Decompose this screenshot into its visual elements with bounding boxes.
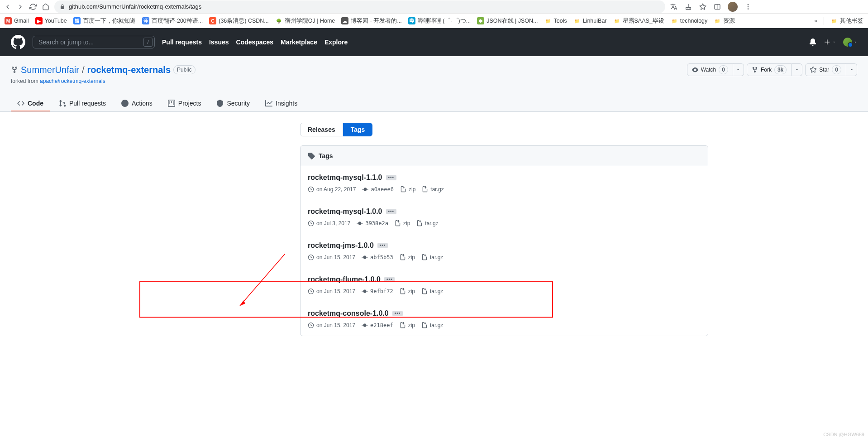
tab-insights[interactable]: Insights [259, 96, 304, 111]
user-menu[interactable] [843, 38, 857, 47]
other-bookmarks[interactable]: 📁其他书签 [830, 17, 863, 25]
nav-pull-requests[interactable]: Pull requests [162, 39, 202, 46]
tag-date[interactable]: on Jul 3, 2017 [308, 220, 350, 227]
tag-date[interactable]: on Aug 22, 2017 [308, 186, 356, 193]
tab-actions[interactable]: Actions [115, 96, 159, 111]
github-header: Search or jump to... / Pull requestsIssu… [0, 28, 868, 56]
more-bookmarks[interactable]: » [814, 18, 817, 24]
visibility-badge: Public [173, 65, 196, 74]
targz-download-link[interactable]: tar.gz [421, 322, 443, 328]
bookmark-icon: ✱ [477, 17, 484, 24]
fork-dropdown[interactable] [792, 63, 802, 76]
bookmark-icon: 📁 [714, 17, 721, 24]
bookmark-item[interactable]: 🌳宿州学院OJ | Home [275, 17, 335, 25]
profile-avatar[interactable] [728, 2, 738, 12]
search-input[interactable]: Search or jump to... / [33, 36, 155, 48]
search-placeholder: Search or jump to... [38, 39, 94, 46]
tag-row: rocketmq-jms-1.0.0••• on Jun 15, 2017 ab… [300, 234, 708, 268]
add-dropdown[interactable] [824, 39, 836, 46]
bell-icon[interactable] [809, 39, 816, 46]
repo-name-link[interactable]: rocketmq-externals [87, 65, 171, 75]
bookmark-item[interactable]: 译百度翻译-200种语... [142, 17, 203, 25]
bookmark-item[interactable]: C(36条消息) CSDN... [209, 17, 269, 25]
tag-date[interactable]: on Jun 15, 2017 [308, 254, 355, 261]
tag-name-link[interactable]: rocketmq-mysql-1.0.0 [308, 207, 382, 216]
home-icon[interactable] [42, 3, 50, 11]
translate-icon[interactable] [670, 3, 678, 11]
nav-marketplace[interactable]: Marketplace [281, 39, 317, 46]
targz-download-link[interactable]: tar.gz [422, 186, 444, 193]
ellipsis-button[interactable]: ••• [384, 277, 395, 282]
share-icon[interactable] [684, 3, 692, 11]
github-logo-icon[interactable] [11, 35, 25, 49]
bookmark-item[interactable]: 📁星露SAAS_毕设 [613, 17, 664, 25]
zip-download-link[interactable]: zip [400, 288, 415, 294]
menu-icon[interactable] [744, 3, 752, 11]
tag-date[interactable]: on Jun 15, 2017 [308, 322, 355, 328]
bookmark-icon: 📁 [671, 17, 678, 24]
bookmark-item[interactable]: 📁Tools [544, 17, 567, 24]
tag-date[interactable]: on Jun 15, 2017 [308, 288, 355, 294]
tag-name-link[interactable]: rocketmq-console-1.0.0 [308, 309, 389, 318]
svg-point-3 [748, 4, 749, 5]
tab-projects[interactable]: Projects [162, 96, 208, 111]
zip-download-link[interactable]: zip [400, 186, 415, 193]
bookmark-item[interactable]: MGmail [5, 17, 29, 24]
releases-tab[interactable]: Releases [300, 123, 343, 136]
bookmark-item[interactable]: 📁LinhuiBar [573, 17, 607, 24]
targz-download-link[interactable]: tar.gz [421, 288, 443, 294]
bookmark-item[interactable]: ✱JSON在线 | JSON... [477, 17, 538, 25]
targz-download-link[interactable]: tar.gz [421, 254, 443, 261]
ellipsis-button[interactable]: ••• [392, 311, 403, 316]
fork-button[interactable]: Fork 3k [747, 63, 792, 76]
star-dropdown[interactable] [846, 63, 857, 76]
star-button-group: Star 0 [805, 63, 857, 76]
ellipsis-button[interactable]: ••• [377, 243, 388, 248]
tab-pull-requests[interactable]: Pull requests [52, 96, 112, 111]
bookmarks-bar: MGmail▶YouTube熊百度一下，你就知道译百度翻译-200种语...C(… [0, 14, 868, 28]
repo-owner-link[interactable]: SummerUnfair [21, 65, 79, 75]
repo-tabs: CodePull requestsActionsProjectsSecurity… [11, 96, 857, 111]
zip-icon [400, 254, 406, 261]
ellipsis-button[interactable]: ••• [386, 175, 397, 180]
insights-icon [265, 100, 272, 107]
bookmark-item[interactable]: ▶YouTube [35, 17, 67, 24]
reload-icon[interactable] [29, 3, 37, 11]
panel-icon[interactable] [713, 3, 721, 11]
clock-icon [308, 220, 314, 227]
tag-commit-link[interactable]: 3938e2a [357, 220, 388, 227]
url-bar[interactable]: github.com/SummerUnfair/rocketmq-externa… [54, 0, 665, 13]
tag-name-link[interactable]: rocketmq-mysql-1.1.0 [308, 174, 382, 182]
bookmark-item[interactable]: 📁technology [671, 17, 707, 24]
star-icon[interactable] [699, 3, 707, 11]
bookmark-item[interactable]: 哔哔哩哔哩 (゜-゜)つ... [408, 17, 471, 25]
bookmark-item[interactable]: 熊百度一下，你就知道 [73, 17, 136, 25]
targz-download-link[interactable]: tar.gz [416, 220, 438, 227]
tag-name-link[interactable]: rocketmq-jms-1.0.0 [308, 241, 374, 250]
nav-explore[interactable]: Explore [324, 39, 348, 46]
tag-name-link[interactable]: rocketmq-flume-1.0.0 [308, 275, 381, 284]
forked-from-link[interactable]: apache/rocketmq-externals [40, 78, 105, 84]
back-icon[interactable] [4, 3, 12, 11]
tags-tab[interactable]: Tags [343, 123, 373, 136]
tag-commit-link[interactable]: a0aeee6 [362, 186, 394, 193]
tag-commit-link[interactable]: e218eef [362, 322, 393, 328]
bookmark-icon: C [209, 17, 216, 24]
zip-download-link[interactable]: zip [400, 322, 415, 328]
fork-button-group: Fork 3k [747, 63, 802, 76]
watch-button[interactable]: Watch 0 [687, 63, 733, 76]
tab-code[interactable]: Code [11, 96, 50, 111]
tab-security[interactable]: Security [210, 96, 256, 111]
watch-dropdown[interactable] [733, 63, 744, 76]
nav-issues[interactable]: Issues [209, 39, 229, 46]
tag-commit-link[interactable]: 9efbf72 [362, 288, 393, 294]
star-button[interactable]: Star 0 [805, 63, 846, 76]
bookmark-item[interactable]: 📁资源 [714, 17, 735, 25]
ellipsis-button[interactable]: ••• [386, 209, 397, 214]
forward-icon[interactable] [16, 3, 24, 11]
tag-commit-link[interactable]: abf5b53 [362, 254, 393, 261]
zip-download-link[interactable]: zip [395, 220, 410, 227]
zip-download-link[interactable]: zip [400, 254, 415, 261]
nav-codespaces[interactable]: Codespaces [236, 39, 273, 46]
bookmark-item[interactable]: ☁博客园 - 开发者的... [341, 17, 402, 25]
